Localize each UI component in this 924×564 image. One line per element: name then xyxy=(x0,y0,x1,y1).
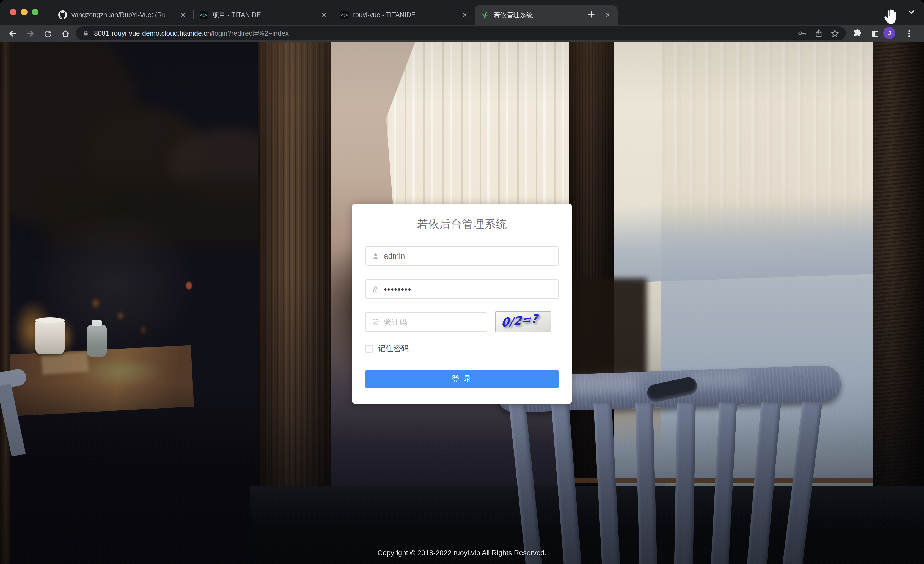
share-icon xyxy=(814,29,823,38)
password-manager-button[interactable] xyxy=(798,29,807,38)
login-page: 若依后台管理系统 xyxy=(0,42,924,564)
side-panel-button[interactable] xyxy=(868,26,882,40)
browser-toolbar: 8081-rouyi-vue-demo.cloud.titanide.cn/lo… xyxy=(0,25,924,42)
username-input[interactable] xyxy=(366,247,558,265)
tab-search-button[interactable] xyxy=(906,7,916,17)
bookmark-button[interactable] xyxy=(831,29,839,38)
screen: yangzongzhuan/RuoYi-Vue: (Ru ✕ <t> 项目 - … xyxy=(0,0,924,564)
lock-icon xyxy=(82,30,89,37)
new-tab-button[interactable] xyxy=(584,7,598,21)
chevron-down-icon xyxy=(908,8,915,16)
reload-icon xyxy=(43,29,52,38)
star-icon xyxy=(831,29,839,38)
more-menu-icon xyxy=(904,29,913,38)
copyright-text: Copyright © 2018-2022 ruoyi.vip All Righ… xyxy=(0,549,924,557)
captcha-image[interactable]: 0/2=? xyxy=(495,311,551,332)
captcha-field[interactable] xyxy=(365,312,487,332)
tab-title: yangzongzhuan/RuoYi-Vue: (Ru xyxy=(72,11,179,19)
url-text: 8081-rouyi-vue-demo.cloud.titanide.cn/lo… xyxy=(94,29,790,37)
profile-avatar[interactable]: J xyxy=(883,27,896,39)
ruoyi-plant-icon xyxy=(480,11,489,19)
close-icon[interactable]: ✕ xyxy=(320,11,328,19)
titanide-icon: <t> xyxy=(340,11,349,19)
window-zoom-button[interactable] xyxy=(32,9,39,15)
extensions-icon xyxy=(853,29,862,38)
back-button[interactable] xyxy=(6,26,19,40)
captcha-input[interactable] xyxy=(366,313,487,331)
reload-button[interactable] xyxy=(41,26,54,40)
window-minimize-button[interactable] xyxy=(21,9,27,15)
password-input[interactable] xyxy=(366,280,558,298)
browser-menu-button[interactable] xyxy=(902,26,916,40)
tab-titanide-project[interactable]: <t> 项目 - TITANIDE ✕ xyxy=(194,5,334,25)
remember-checkbox[interactable] xyxy=(365,345,373,353)
password-field[interactable] xyxy=(365,279,559,299)
captcha-text: 0/2=? xyxy=(501,312,538,330)
window-close-button[interactable] xyxy=(10,9,16,15)
extensions-button[interactable] xyxy=(850,26,864,40)
home-button[interactable] xyxy=(58,26,72,40)
address-bar[interactable]: 8081-rouyi-vue-demo.cloud.titanide.cn/lo… xyxy=(76,26,846,40)
tab-github[interactable]: yangzongzhuan/RuoYi-Vue: (Ru ✕ xyxy=(53,5,193,25)
tab-titanide-rouyi[interactable]: <t> rouyi-vue - TITANIDE ✕ xyxy=(334,5,475,25)
back-icon xyxy=(8,29,17,38)
home-icon xyxy=(61,29,70,38)
username-field[interactable] xyxy=(365,246,559,266)
tab-bar: yangzongzhuan/RuoYi-Vue: (Ru ✕ <t> 项目 - … xyxy=(0,0,924,25)
login-card: 若依后台管理系统 xyxy=(352,204,572,404)
github-icon xyxy=(58,11,67,19)
page-title: 若依后台管理系统 xyxy=(352,217,572,232)
forward-button[interactable] xyxy=(23,26,37,40)
browser-window: yangzongzhuan/RuoYi-Vue: (Ru ✕ <t> 项目 - … xyxy=(0,0,924,564)
remember-password-option[interactable]: 记住密码 xyxy=(365,344,409,353)
tab-title: 项目 - TITANIDE xyxy=(212,10,320,20)
share-button[interactable] xyxy=(814,29,823,38)
close-icon[interactable]: ✕ xyxy=(179,11,188,19)
side-panel-icon xyxy=(870,29,879,38)
cursor-hand-icon xyxy=(882,8,899,27)
forward-icon xyxy=(26,29,34,38)
titanide-icon: <t> xyxy=(199,11,208,19)
new-tab-icon xyxy=(587,11,595,18)
close-icon[interactable]: ✕ xyxy=(603,11,612,19)
close-icon[interactable]: ✕ xyxy=(460,11,469,19)
login-button[interactable]: 登 录 xyxy=(365,370,559,388)
key-icon xyxy=(798,29,807,38)
remember-label: 记住密码 xyxy=(378,344,409,354)
tab-title: rouyi-vue - TITANIDE xyxy=(353,11,460,19)
